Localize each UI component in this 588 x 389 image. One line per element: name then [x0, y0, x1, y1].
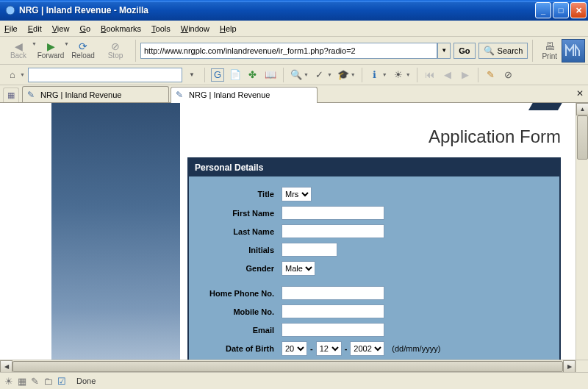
- highlighter-icon[interactable]: ✎: [484, 68, 498, 82]
- print-label: Print: [542, 52, 557, 60]
- url-history-dropdown[interactable]: ▼: [437, 43, 451, 59]
- scroll-up-button[interactable]: ▲: [576, 103, 588, 115]
- search-label: Search: [498, 46, 523, 55]
- status-bar: ☀ ▦ ✎ 🗀 ☑ Done: [0, 372, 588, 389]
- back-icon: ◀: [15, 41, 23, 51]
- info-icon[interactable]: ℹ: [368, 68, 381, 82]
- page-main: Application Form Personal Details Title …: [180, 103, 576, 360]
- quick-search-input[interactable]: [28, 68, 182, 82]
- svg-point-0: [6, 6, 15, 15]
- window-minimize-button[interactable]: _: [535, 2, 551, 18]
- menu-tools[interactable]: Tools: [151, 24, 171, 33]
- scroll-thumb[interactable]: [577, 115, 588, 160]
- menu-edit[interactable]: Edit: [28, 24, 42, 33]
- vertical-scrollbar[interactable]: ▲ ▼: [576, 103, 588, 372]
- search-button[interactable]: 🔍Search: [478, 43, 528, 59]
- toolbar-separator: [204, 68, 205, 82]
- menu-window[interactable]: Window: [181, 24, 209, 33]
- menu-bookmarks[interactable]: Bookmarks: [101, 24, 141, 33]
- feed-icon[interactable]: ✓: [313, 68, 326, 82]
- tab-1[interactable]: ✎ NRG | Inland Revenue: [22, 86, 169, 102]
- back-label: Back: [10, 51, 26, 60]
- status-text: Done: [76, 376, 96, 385]
- menu-file[interactable]: File: [4, 24, 18, 33]
- reload-button[interactable]: ⟳Reload: [68, 38, 98, 63]
- close-tab-button[interactable]: ✕: [576, 88, 584, 99]
- title-select[interactable]: Mrs: [282, 187, 312, 201]
- search-icon: 🔍: [484, 46, 495, 56]
- horizontal-scrollbar[interactable]: ◀ ▶: [0, 360, 576, 372]
- home-phone-input[interactable]: [282, 286, 384, 300]
- browser-viewport: Application Form Personal Details Title …: [0, 103, 588, 372]
- dob-month-select[interactable]: 12: [316, 341, 342, 356]
- label-last-name: Last Name: [201, 227, 282, 236]
- tab-strip: ▦ ✎ NRG | Inland Revenue ✎ NRG | Inland …: [0, 85, 588, 103]
- print-icon: 🖶: [545, 40, 555, 52]
- back-button[interactable]: ◀Back▼: [3, 38, 34, 63]
- scroll-left-button[interactable]: ◀: [0, 360, 12, 372]
- menu-view[interactable]: View: [52, 24, 70, 33]
- url-bar: ▼ Go 🔍Search: [140, 43, 528, 59]
- label-initials: Initials: [201, 246, 282, 254]
- tab-1-label: NRG | Inland Revenue: [40, 90, 121, 99]
- dob-separator: -: [310, 344, 313, 353]
- last-name-input[interactable]: [282, 224, 384, 238]
- nav-prev-icon[interactable]: ◀: [441, 68, 454, 82]
- print-button[interactable]: 🖶Print: [542, 40, 557, 60]
- mobile-input[interactable]: [282, 304, 384, 318]
- toolbar-separator: [478, 68, 478, 82]
- window-maximize-button[interactable]: □: [553, 2, 569, 18]
- clover-icon[interactable]: ✤: [246, 68, 259, 82]
- window-titlebar: NRG | Inland Revenue - Mozilla _ □ ✕: [0, 0, 588, 21]
- home-icon[interactable]: ⌂: [6, 68, 19, 82]
- menu-bar: File Edit View Go Bookmarks Tools Window…: [0, 21, 588, 37]
- dob-separator: -: [345, 344, 348, 353]
- tab-2[interactable]: ✎ NRG | Inland Revenue: [171, 87, 318, 103]
- status-icon-5[interactable]: ☑: [57, 376, 66, 387]
- page-content: Application Form Personal Details Title …: [0, 103, 576, 360]
- search-dropdown[interactable]: ▼: [185, 68, 198, 82]
- google-icon[interactable]: G: [211, 68, 224, 82]
- first-name-input[interactable]: [282, 206, 384, 220]
- copy-icon[interactable]: 📄: [229, 68, 242, 82]
- menu-help[interactable]: Help: [220, 24, 237, 33]
- tab-2-label: NRG | Inland Revenue: [189, 90, 270, 99]
- dob-hint: (dd/mm/yyyy): [392, 344, 440, 353]
- initials-input[interactable]: [282, 243, 337, 257]
- label-email: Email: [201, 326, 282, 335]
- personal-toolbar: ⌂ ▼ ▼ G 📄 ✤ 📖 🔍▼ ✓▼ 🎓▼ ℹ▼ ☀▼ ⏮ ◀ ▶ ✎ ⊘: [0, 65, 588, 85]
- book-icon[interactable]: 📖: [264, 68, 277, 82]
- menu-go[interactable]: Go: [79, 24, 90, 33]
- forward-label: Forward: [37, 51, 65, 60]
- gender-select[interactable]: Male: [282, 261, 315, 276]
- dob-year-select[interactable]: 2002: [350, 341, 384, 356]
- label-home-phone: Home Phone No.: [201, 289, 282, 298]
- label-first-name: First Name: [201, 209, 282, 218]
- toolbar-separator: [417, 68, 417, 82]
- sun-icon[interactable]: ☀: [392, 68, 405, 82]
- nav-next-icon[interactable]: ▶: [459, 68, 472, 82]
- panel-header: Personal Details: [189, 159, 559, 176]
- status-icon-1[interactable]: ☀: [4, 376, 13, 387]
- forward-button[interactable]: ▶Forward▼: [35, 38, 66, 63]
- nav-first-icon[interactable]: ⏮: [423, 68, 437, 82]
- status-icon-4[interactable]: 🗀: [43, 376, 53, 387]
- graduation-icon[interactable]: 🎓: [337, 68, 350, 82]
- dob-day-select[interactable]: 20: [282, 341, 307, 356]
- email-input[interactable]: [282, 323, 384, 337]
- stop-button[interactable]: ⊘Stop: [100, 38, 131, 63]
- app-icon: [4, 4, 16, 16]
- page-sidebar: [51, 103, 180, 360]
- status-icon-2[interactable]: ▦: [18, 376, 26, 387]
- status-icon-3[interactable]: ✎: [31, 376, 39, 387]
- window-close-button[interactable]: ✕: [570, 2, 587, 18]
- eraser-icon[interactable]: ⊘: [502, 68, 515, 82]
- zoom-icon[interactable]: 🔍: [290, 68, 303, 82]
- scroll-thumb-h[interactable]: [12, 361, 563, 372]
- go-button[interactable]: Go: [453, 43, 475, 59]
- scroll-right-button[interactable]: ▶: [563, 360, 576, 372]
- navigation-toolbar: ◀Back▼ ▶Forward▼ ⟳Reload ⊘Stop ▼ Go 🔍Sea…: [0, 37, 588, 65]
- new-tab-button[interactable]: ▦: [3, 88, 19, 102]
- label-title: Title: [201, 190, 282, 199]
- url-input[interactable]: [140, 43, 437, 59]
